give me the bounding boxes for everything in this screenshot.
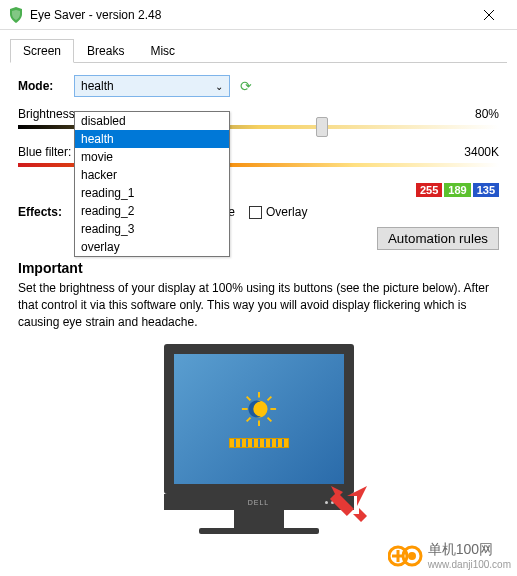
checkbox-box xyxy=(249,206,262,219)
mode-combobox[interactable]: health ⌄ xyxy=(74,75,230,97)
monitor-base xyxy=(199,528,319,534)
mode-dropdown: disabled health movie hacker reading_1 r… xyxy=(74,111,230,257)
monitor-screen xyxy=(164,344,354,494)
red-arrow-icon xyxy=(329,484,369,524)
effects-label: Effects: xyxy=(18,205,74,219)
bluefilter-value: 3400K xyxy=(464,145,499,159)
important-section: Important Set the brightness of your dis… xyxy=(18,260,499,330)
progress-bar-icon xyxy=(229,438,289,448)
svg-line-7 xyxy=(267,397,271,401)
mode-label: Mode: xyxy=(18,79,74,93)
tab-misc[interactable]: Misc xyxy=(137,39,188,63)
tab-bar: Screen Breaks Misc xyxy=(10,38,507,63)
sun-moon-icon xyxy=(240,390,278,428)
mode-option-hacker[interactable]: hacker xyxy=(75,166,229,184)
overlay-checkbox[interactable]: Overlay xyxy=(249,205,307,219)
mode-option-movie[interactable]: movie xyxy=(75,148,229,166)
overlay-label: Overlay xyxy=(266,205,307,219)
app-icon xyxy=(8,7,24,23)
mode-option-reading1[interactable]: reading_1 xyxy=(75,184,229,202)
mode-option-health[interactable]: health xyxy=(75,130,229,148)
monitor-stand xyxy=(234,510,284,528)
important-heading: Important xyxy=(18,260,499,276)
titlebar: Eye Saver - version 2.48 xyxy=(0,0,517,30)
watermark-text: 单机100网 xyxy=(428,541,493,557)
chevron-down-icon: ⌄ xyxy=(215,81,223,92)
svg-line-6 xyxy=(246,418,250,422)
mode-option-disabled[interactable]: disabled xyxy=(75,112,229,130)
monitor-bezel: DELL xyxy=(164,494,354,510)
svg-line-4 xyxy=(246,397,250,401)
watermark-url: www.danji100.com xyxy=(428,559,511,570)
monitor-illustration: DELL xyxy=(18,344,499,534)
tab-content: Mode: health ⌄ ⟳ disabled health movie h… xyxy=(0,63,517,546)
brightness-value: 80% xyxy=(475,107,499,121)
important-body: Set the brightness of your display at 10… xyxy=(18,280,499,330)
close-button[interactable] xyxy=(469,1,509,29)
window-title: Eye Saver - version 2.48 xyxy=(30,8,469,22)
mode-option-reading2[interactable]: reading_2 xyxy=(75,202,229,220)
automation-rules-button[interactable]: Automation rules xyxy=(377,227,499,250)
rgb-b: 135 xyxy=(473,183,499,197)
mode-row: Mode: health ⌄ ⟳ xyxy=(18,75,499,97)
brightness-thumb[interactable] xyxy=(316,117,328,137)
mode-option-overlay[interactable]: overlay xyxy=(75,238,229,256)
rgb-r: 255 xyxy=(416,183,442,197)
svg-point-13 xyxy=(408,552,416,560)
rgb-g: 189 xyxy=(444,183,470,197)
refresh-icon[interactable]: ⟳ xyxy=(240,78,252,94)
tab-breaks[interactable]: Breaks xyxy=(74,39,137,63)
watermark: 单机100网 www.danji100.com xyxy=(388,541,511,570)
tab-screen[interactable]: Screen xyxy=(10,39,74,63)
mode-value: health xyxy=(81,79,114,93)
svg-line-5 xyxy=(267,418,271,422)
monitor-brand: DELL xyxy=(248,499,270,506)
watermark-logo-icon xyxy=(388,544,424,568)
mode-option-reading3[interactable]: reading_3 xyxy=(75,220,229,238)
